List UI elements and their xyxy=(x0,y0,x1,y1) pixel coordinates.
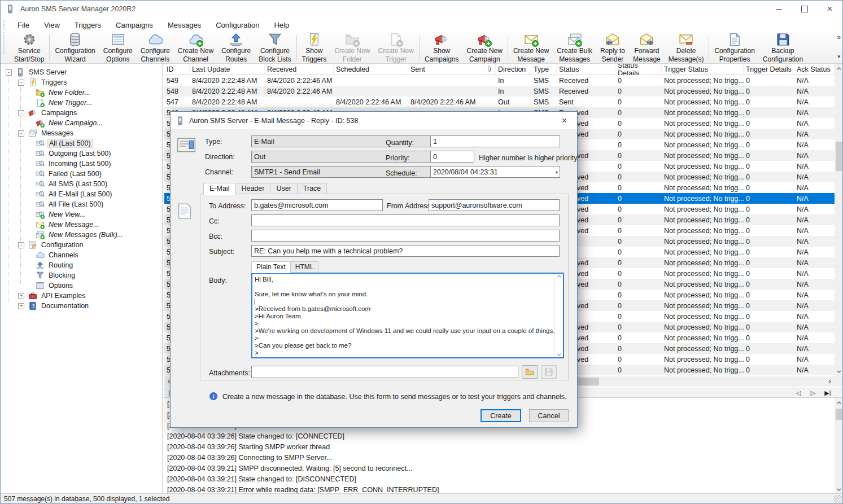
sidebar-item-blocking[interactable]: Blocking xyxy=(36,270,77,281)
toolbar-button-delete-message-s[interactable]: DeleteMessage(s) xyxy=(665,32,708,63)
toolbar-button-show-campaigns[interactable]: ShowCampaigns xyxy=(421,32,463,63)
table-row[interactable]: 5478/4/2020 2:22:48 AM8/4/2020 2:22:46 A… xyxy=(164,97,835,107)
sidebar-item-all-sms-last-500[interactable]: All SMS (Last 500) xyxy=(36,179,109,189)
column-header-trigger-status[interactable]: Trigger Status xyxy=(662,64,744,75)
tree-expander-expand-icon[interactable]: + xyxy=(18,303,24,309)
menu-item-campaigns[interactable]: Campaigns xyxy=(108,19,160,31)
tab-html[interactable]: HTML xyxy=(290,261,319,273)
menu-item-triggers[interactable]: Triggers xyxy=(67,19,108,31)
sidebar-item-campaigns[interactable]: Campaigns xyxy=(28,108,78,118)
table-vscroll-thumb[interactable] xyxy=(836,142,842,171)
sidebar-item-new-message[interactable]: New Message... xyxy=(36,220,101,230)
table-vscrollbar[interactable] xyxy=(835,64,843,376)
sidebar-item-new-campaign[interactable]: New Campaign... xyxy=(36,118,104,128)
sidebar-item-messages[interactable]: Messages xyxy=(28,128,75,138)
sidebar-item-options[interactable]: Options xyxy=(36,281,75,291)
menu-item-help[interactable]: Help xyxy=(267,19,296,31)
sidebar-item-all-last-500[interactable]: All (Last 500) xyxy=(36,138,93,148)
sidebar-item-new-folder[interactable]: New Folder... xyxy=(36,87,92,98)
log-vscroll-thumb[interactable] xyxy=(836,409,842,420)
column-header-attachment[interactable] xyxy=(483,64,496,75)
menu-item-file[interactable]: File xyxy=(10,19,37,31)
close-button[interactable]: × xyxy=(817,1,842,17)
sidebar-item-incoming-last-500[interactable]: Incoming (Last 500) xyxy=(36,159,112,169)
subject-input[interactable]: RE: Can you help me with a technical pro… xyxy=(251,245,560,257)
column-header-last-update[interactable]: Last Update xyxy=(190,64,265,75)
schedule-input[interactable]: 2020/08/04 04:23:31 ▾ xyxy=(430,166,560,178)
pager-prev-icon[interactable]: ◁ xyxy=(792,389,805,397)
column-header-ack-status[interactable]: Ack Status xyxy=(794,64,835,75)
browse-attachment-button[interactable] xyxy=(522,365,538,379)
column-header-scheduled[interactable]: Scheduled xyxy=(334,64,408,75)
cc-input[interactable] xyxy=(251,214,560,226)
pager-last-icon[interactable]: ▶| xyxy=(822,389,834,397)
tree-expander-collapse-icon[interactable]: - xyxy=(18,130,24,137)
body-scrollbar[interactable] xyxy=(554,274,563,357)
quantity-input[interactable]: 1 xyxy=(430,135,560,147)
toolbar-overflow-icon[interactable]: » xyxy=(837,33,841,41)
menu-item-view[interactable]: View xyxy=(37,19,67,31)
table-scroll-up-icon[interactable] xyxy=(835,64,843,73)
table-row[interactable]: 5488/4/2020 2:22:48 AM8/4/2020 2:22:46 A… xyxy=(164,86,835,97)
sidebar-item-new-view[interactable]: New View... xyxy=(36,209,87,220)
column-header-id[interactable]: ID xyxy=(164,64,190,75)
bcc-input[interactable] xyxy=(251,230,560,242)
toolbar-button-reply-to-sender[interactable]: Reply toSender xyxy=(596,32,629,63)
sidebar-item-new-messages-bulk[interactable]: New Messages (Bulk)... xyxy=(36,230,125,240)
sidebar-item-configuration[interactable]: Configuration xyxy=(28,240,85,250)
schedule-dropdown-icon[interactable]: ▾ xyxy=(556,170,558,175)
tree-expander-collapse-icon[interactable]: - xyxy=(6,69,12,76)
toolbar-dropdown-icon[interactable]: ▾ xyxy=(837,54,840,59)
cancel-button[interactable]: Cancel xyxy=(529,409,569,422)
tree-expander-expand-icon[interactable]: + xyxy=(18,293,24,299)
log-scroll-up-icon[interactable] xyxy=(835,398,843,407)
sidebar-item-new-trigger[interactable]: New Trigger... xyxy=(36,98,94,108)
resize-grip[interactable] xyxy=(834,495,842,503)
sidebar-item-all-file-last-500[interactable]: All File (Last 500) xyxy=(36,199,105,209)
attachments-input[interactable] xyxy=(251,366,518,378)
toolbar-button-create-new-message[interactable]: Create NewMessage xyxy=(509,32,553,63)
sidebar-item-all-e-mail-last-500[interactable]: All E-Mail (Last 500) xyxy=(36,189,114,199)
from-address-input[interactable]: support@auronsoftware.com xyxy=(429,199,560,211)
tab-email[interactable]: E-Mail xyxy=(203,183,235,195)
table-scroll-right-icon[interactable] xyxy=(825,376,835,387)
tree-expander-collapse-icon[interactable]: - xyxy=(18,80,24,86)
sidebar-item-api-examples[interactable]: API Examples xyxy=(28,291,88,301)
dialog-close-icon[interactable]: × xyxy=(552,112,577,129)
column-header-received[interactable]: Received xyxy=(265,64,334,75)
menu-item-messages[interactable]: Messages xyxy=(160,19,208,31)
body-scroll-up-icon[interactable] xyxy=(557,275,561,278)
toolbar-button-configure-block-lists[interactable]: ConfigureBlock Lists xyxy=(255,32,295,63)
sidebar-item-channels[interactable]: Channels xyxy=(36,250,80,260)
toolbar-button-configure-options[interactable]: ConfigureOptions xyxy=(99,32,137,63)
toolbar-button-create-new-campaign[interactable]: Create NewCampaign xyxy=(463,32,506,63)
menu-item-configuration[interactable]: Configuration xyxy=(208,19,267,31)
toolbar-button-configuration-properties[interactable]: ConfigurationProperties xyxy=(710,32,758,63)
toolbar-button-show-triggers[interactable]: ShowTriggers xyxy=(298,32,331,63)
minimize-button[interactable] xyxy=(766,1,792,17)
sidebar-item-outgoing-last-500[interactable]: Outgoing (Last 500) xyxy=(36,148,113,159)
priority-input[interactable]: 0 xyxy=(430,151,474,163)
create-button[interactable]: Create xyxy=(481,409,521,422)
table-scroll-down-icon[interactable] xyxy=(835,367,843,376)
tree-expander-collapse-icon[interactable]: - xyxy=(18,242,24,248)
toolbar-button-create-new-channel[interactable]: Create NewChannel xyxy=(174,32,217,63)
toolbar-button-configure-channels[interactable]: ConfigureChannels xyxy=(137,32,174,63)
maximize-button[interactable] xyxy=(792,1,817,17)
pager-next-icon[interactable]: ▷ xyxy=(807,389,819,397)
calendar-icon[interactable] xyxy=(431,168,551,178)
toolbar-button-configuration-wizard[interactable]: ConfigurationWizard xyxy=(51,32,99,63)
toolbar-button-forward-message[interactable]: ForwardMessage xyxy=(629,32,665,63)
sidebar-item-sms-server[interactable]: SMS Server xyxy=(16,67,68,77)
column-header-status[interactable]: Status xyxy=(557,64,615,75)
column-header-sent[interactable]: Sent xyxy=(408,64,483,75)
body-scroll-down-icon[interactable] xyxy=(557,353,561,356)
column-header-type[interactable]: Type xyxy=(531,64,557,75)
sidebar-item-documentation[interactable]: ?Documentation xyxy=(28,301,90,311)
sidebar-item-routing[interactable]: Routing xyxy=(36,260,75,270)
toolbar-button-create-bulk-messages[interactable]: Create BulkMessages xyxy=(553,32,596,63)
toolbar-button-service-start-stop[interactable]: ServiceStart/Stop xyxy=(10,32,48,63)
sidebar-item-failed-last-500[interactable]: Failed (Last 500) xyxy=(36,169,103,179)
table-row[interactable]: 5498/4/2020 2:22:48 AM8/4/2020 2:22:46 A… xyxy=(164,75,835,86)
tree-expander-collapse-icon[interactable]: - xyxy=(18,110,24,116)
